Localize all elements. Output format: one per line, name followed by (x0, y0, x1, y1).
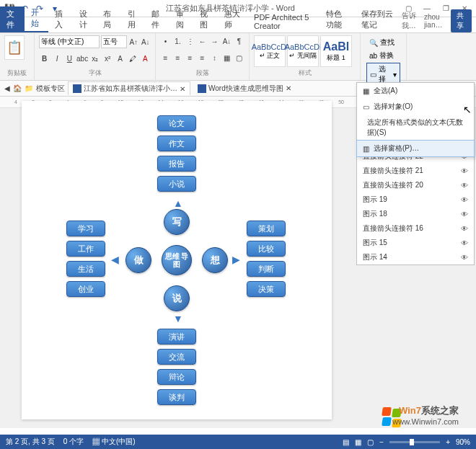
replace-button[interactable]: ab替换 (366, 50, 400, 61)
node-bottom-3[interactable]: 辩论 (157, 369, 196, 385)
selection-item[interactable]: 图示 14👁 (357, 250, 474, 264)
node-left[interactable]: 做 (125, 247, 151, 273)
node-right-1[interactable]: 策划 (247, 221, 286, 236)
tab-layout[interactable]: 布局 (97, 6, 121, 32)
bullets-icon[interactable]: • (160, 35, 171, 47)
eye-icon[interactable]: 👁 (461, 254, 468, 262)
sort-icon[interactable]: A↓ (221, 35, 232, 47)
selection-item[interactable]: 直接箭头连接符 21👁 (357, 164, 474, 178)
menu-select-similar[interactable]: 选定所有格式类似的文本(无数据)(S) (357, 115, 474, 141)
tab-references[interactable]: 引用 (121, 6, 146, 32)
grow-font-icon[interactable]: A↑ (128, 36, 139, 48)
font-color-icon[interactable]: A (140, 53, 151, 64)
tab-cloud[interactable]: 保存到云笔记 (355, 6, 402, 32)
doc-tab-1[interactable]: 江苏省如东县栟茶镇浒澪小…✕ (68, 81, 190, 95)
show-marks-icon[interactable]: ¶ (234, 35, 244, 47)
node-top[interactable]: 写 (164, 209, 190, 235)
menu-select-all[interactable]: ▦全选(A) (357, 83, 474, 99)
highlight-icon[interactable]: 🖍 (127, 53, 138, 64)
selection-item[interactable]: 直接箭头连接符 20👁 (357, 178, 474, 192)
justify-icon[interactable]: ≡ (197, 52, 208, 63)
paste-button[interactable]: 📋 (4, 35, 25, 60)
tell-me[interactable]: 告诉我… (402, 11, 420, 31)
zoom-level[interactable]: 90% (456, 438, 470, 446)
numbering-icon[interactable]: 1. (172, 35, 183, 47)
borders-icon[interactable]: ▢ (234, 52, 244, 63)
close-tab-icon[interactable]: ✕ (180, 85, 185, 93)
close-tab-icon[interactable]: ✕ (286, 84, 291, 92)
zoom-in-icon[interactable]: + (446, 438, 450, 446)
node-left-4[interactable]: 创业 (66, 281, 105, 297)
status-lang[interactable]: ▦ 中文(中国) (92, 437, 135, 447)
style-normal[interactable]: AaBbCcDi ↵ 正文 (254, 35, 286, 67)
tab-huimaster[interactable]: 惠大师 (218, 6, 247, 32)
find-button[interactable]: 🔍查找 (366, 37, 400, 48)
node-left-2[interactable]: 工作 (66, 241, 105, 257)
node-right-4[interactable]: 决策 (247, 281, 286, 297)
node-bottom-2[interactable]: 交流 (157, 349, 196, 365)
italic-button[interactable]: I (51, 53, 62, 64)
status-page[interactable]: 第 2 页, 共 3 页 (6, 437, 55, 447)
align-right-icon[interactable]: ≡ (185, 52, 195, 63)
node-bottom-1[interactable]: 演讲 (157, 329, 196, 344)
home-icon[interactable]: 🏠 (13, 84, 22, 92)
node-right-2[interactable]: 比较 (247, 241, 286, 257)
indent-dec-icon[interactable]: ← (197, 35, 208, 47)
node-center[interactable]: 思维 导图 (162, 245, 192, 275)
nav-back-icon[interactable]: ◀ (4, 84, 10, 92)
tab-home[interactable]: 开始 (25, 5, 49, 32)
document-page[interactable]: 思维 导图 写 说 做 想 ▲ ▼ ◀ ▶ 论文 作文 报告 小说 策划 比较 … (22, 101, 332, 419)
superscript-button[interactable]: x² (102, 53, 113, 64)
tab-file[interactable]: 文件 (0, 6, 25, 32)
subscript-button[interactable]: x₂ (89, 53, 100, 64)
node-top-2[interactable]: 作文 (157, 135, 196, 151)
node-bottom[interactable]: 说 (164, 285, 190, 311)
node-left-1[interactable]: 学习 (66, 221, 105, 236)
font-name-select[interactable] (39, 35, 100, 48)
indent-inc-icon[interactable]: → (209, 35, 220, 47)
selection-item[interactable]: 图示 15👁 (357, 236, 474, 250)
tab-pdf[interactable]: PDF Architect 5 Creator (247, 11, 319, 32)
share-button[interactable]: 共享 (451, 9, 472, 32)
tab-design[interactable]: 设计 (73, 6, 97, 32)
selection-item[interactable]: 直接箭头连接符 16👁 (357, 221, 474, 236)
node-top-3[interactable]: 报告 (157, 156, 196, 172)
folder-icon[interactable]: 📁 (25, 84, 33, 92)
doc-tab-2[interactable]: Word快速生成思维导图✕ (193, 82, 296, 95)
node-right-3[interactable]: 判断 (247, 261, 286, 277)
eye-icon[interactable]: 👁 (461, 239, 468, 247)
zoom-slider[interactable] (389, 441, 440, 443)
menu-selection-pane[interactable]: ▥选择窗格(P)… (356, 140, 475, 157)
view-print-icon[interactable]: ▦ (355, 438, 361, 446)
selection-item[interactable]: 图示 19👁 (357, 192, 474, 207)
style-heading1[interactable]: AaBl 标题 1 (320, 35, 352, 67)
font-size-select[interactable] (101, 35, 127, 48)
tab-mail[interactable]: 邮件 (145, 6, 169, 32)
node-bottom-4[interactable]: 谈判 (157, 389, 196, 405)
status-words[interactable]: 0 个字 (63, 437, 84, 447)
bold-button[interactable]: B (39, 53, 50, 64)
shrink-font-icon[interactable]: A↓ (141, 36, 151, 48)
text-effects-icon[interactable]: A (115, 53, 125, 64)
zoom-out-icon[interactable]: − (379, 438, 384, 446)
menu-select-objects[interactable]: ▭选择对象(O) (357, 99, 474, 115)
eye-icon[interactable]: 👁 (461, 210, 468, 218)
eye-icon[interactable]: 👁 (461, 182, 468, 190)
line-spacing-icon[interactable]: ↕ (209, 52, 220, 63)
view-web-icon[interactable]: ▢ (367, 438, 374, 446)
multilevel-icon[interactable]: ⋮ (185, 35, 195, 47)
tab-review[interactable]: 审阅 (169, 6, 194, 32)
eye-icon[interactable]: 👁 (461, 225, 468, 233)
eye-icon[interactable]: 👁 (461, 167, 468, 175)
tab-insert[interactable]: 插入 (48, 6, 73, 32)
shading-icon[interactable]: ▦ (221, 52, 232, 63)
node-left-3[interactable]: 生活 (66, 261, 105, 277)
underline-button[interactable]: U (64, 53, 75, 64)
template-area[interactable]: 模板专区 (36, 84, 65, 94)
style-nospacing[interactable]: AaBbCcDi ↵ 无间隔 (287, 35, 319, 67)
strike-button[interactable]: abc (76, 53, 88, 64)
user-name[interactable]: zhou jian… (424, 13, 447, 29)
selection-item[interactable]: 图示 18👁 (357, 207, 474, 221)
tab-special[interactable]: 特色功能 (319, 6, 355, 32)
eye-icon[interactable]: 👁 (461, 196, 468, 204)
